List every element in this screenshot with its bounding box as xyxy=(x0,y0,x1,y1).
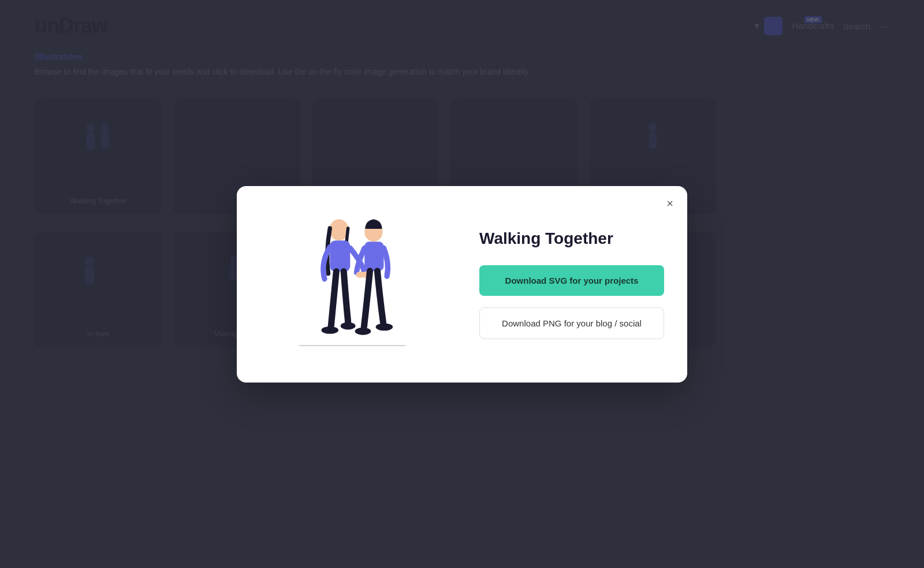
svg-point-47 xyxy=(376,323,393,331)
download-png-button[interactable]: Download PNG for your blog / social xyxy=(479,307,664,339)
svg-rect-39 xyxy=(330,240,350,272)
modal-dialog: × xyxy=(237,186,687,383)
svg-rect-43 xyxy=(364,242,383,271)
svg-point-41 xyxy=(341,322,356,329)
close-button[interactable]: × xyxy=(666,198,673,209)
download-svg-button[interactable]: Download SVG for your projects xyxy=(479,265,664,296)
modal-title: Walking Together xyxy=(479,229,664,248)
background-page: unDraw ▼ NEW Handcrafts Search ··· /illu… xyxy=(0,0,924,568)
svg-point-46 xyxy=(355,327,371,335)
svg-point-40 xyxy=(321,326,338,333)
walking-together-illustration xyxy=(283,209,422,359)
modal-illustration xyxy=(237,186,456,383)
modal-overlay[interactable]: × xyxy=(0,0,924,568)
modal-content: Walking Together Download SVG for your p… xyxy=(456,186,687,383)
